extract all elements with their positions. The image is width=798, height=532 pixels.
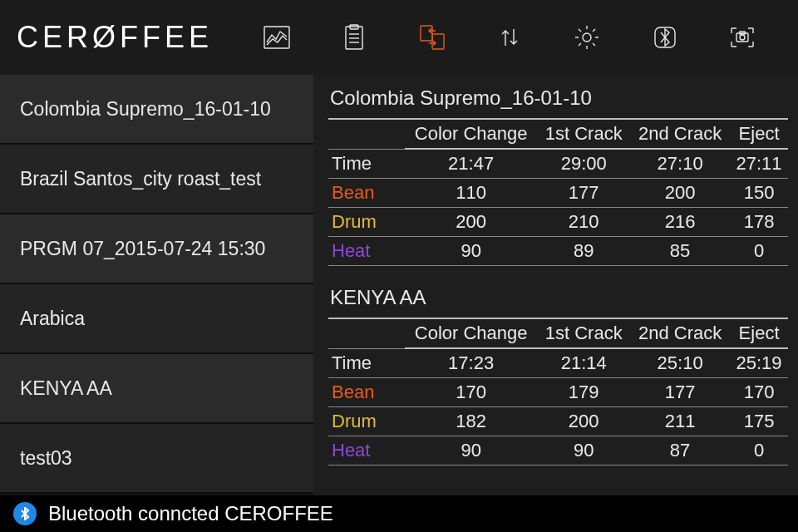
cell: 110: [405, 179, 537, 208]
sidebar-item-label: PRGM 07_2015-07-24 15:30: [20, 238, 265, 260]
cell: 27:10: [630, 149, 730, 179]
sidebar-item-label: Colombia Supremo_16-01-10: [20, 98, 271, 121]
profile-panel-0: Colombia Supremo_16-01-10 Color Change 1…: [328, 81, 788, 266]
table-row: Bean 110 177 200 150: [328, 179, 788, 208]
cell: 0: [730, 436, 788, 466]
svg-point-11: [740, 35, 745, 40]
col-header: 2nd Crack: [630, 120, 730, 149]
panel-title: Colombia Supremo_16-01-10: [328, 81, 788, 120]
cell: 182: [405, 407, 537, 436]
cell: 216: [630, 208, 730, 237]
bluetooth-status-icon: [13, 502, 37, 525]
sidebar: Colombia Supremo_16-01-10 Brazil Santos_…: [0, 75, 313, 495]
row-label-bean: Bean: [328, 179, 405, 208]
cell: 0: [730, 237, 788, 266]
sidebar-item-2[interactable]: PRGM 07_2015-07-24 15:30: [0, 214, 313, 284]
table-header-row: Color Change 1st Crack 2nd Crack Eject: [328, 120, 788, 149]
clipboard-button[interactable]: [334, 17, 374, 57]
sidebar-item-label: Brazil Santos_city roast_test: [20, 168, 261, 190]
col-header: Color Change: [405, 120, 537, 149]
app-logo: CERØFFEE: [17, 20, 213, 55]
status-bar: Bluetooth conncted CEROFFEE: [0, 495, 798, 532]
cell: 210: [537, 208, 630, 237]
svg-point-8: [583, 33, 591, 42]
bluetooth-button[interactable]: [645, 17, 685, 57]
cell: 179: [537, 378, 630, 407]
row-label-bean: Bean: [328, 378, 405, 407]
panel-title: KENYA AA: [328, 281, 788, 319]
table-row: Heat 90 89 85 0: [328, 237, 788, 266]
cell: 200: [405, 208, 537, 237]
col-header: Eject: [730, 319, 788, 348]
cell: 25:10: [630, 348, 730, 378]
svg-rect-6: [421, 26, 432, 41]
cell: 17:23: [405, 348, 537, 378]
camera-icon: [727, 22, 757, 52]
cell: 150: [730, 179, 788, 208]
sidebar-item-label: KENYA AA: [20, 377, 112, 400]
sync-button[interactable]: [490, 17, 530, 57]
cell: 21:14: [537, 348, 630, 378]
bluetooth-icon: [650, 22, 680, 52]
gear-icon: [572, 22, 602, 52]
cell: 89: [537, 237, 630, 266]
cell: 87: [630, 436, 730, 466]
table-row: Heat 90 90 87 0: [328, 436, 788, 466]
cell: 177: [537, 179, 630, 208]
row-label-heat: Heat: [328, 237, 405, 266]
chart-button[interactable]: [257, 17, 297, 57]
cell: 25:19: [730, 348, 788, 378]
app-root: CERØFFEE: [0, 0, 798, 532]
sync-arrows-icon: [495, 22, 525, 52]
profile-table-1: Color Change 1st Crack 2nd Crack Eject T…: [328, 319, 788, 466]
camera-button[interactable]: [722, 17, 762, 57]
sidebar-item-1[interactable]: Brazil Santos_city roast_test: [0, 145, 313, 214]
table-row: Bean 170 179 177 170: [328, 378, 788, 407]
cell: 85: [630, 237, 730, 266]
cell: 27:11: [730, 149, 788, 179]
sidebar-item-label: test03: [20, 447, 72, 470]
cell: 21:47: [405, 149, 537, 179]
table-row: Drum 182 200 211 175: [328, 407, 788, 436]
cell: 90: [405, 237, 537, 266]
col-header: 1st Crack: [537, 120, 630, 149]
cell: 175: [730, 407, 788, 436]
status-text: Bluetooth conncted CEROFFEE: [48, 502, 333, 525]
sidebar-item-0[interactable]: Colombia Supremo_16-01-10: [0, 75, 313, 145]
row-label-heat: Heat: [328, 436, 405, 466]
body: Colombia Supremo_16-01-10 Brazil Santos_…: [0, 75, 798, 495]
cell: 200: [630, 179, 730, 208]
table-row: Time 17:23 21:14 25:10 25:19: [328, 348, 788, 378]
col-header: 1st Crack: [537, 319, 630, 348]
cell: 211: [630, 407, 730, 436]
col-header: Eject: [730, 120, 788, 149]
toolbar: [238, 17, 781, 57]
clipboard-icon: [339, 22, 369, 52]
profile-table-0: Color Change 1st Crack 2nd Crack Eject T…: [328, 120, 788, 266]
settings-button[interactable]: [567, 17, 607, 57]
transfer-button[interactable]: [412, 17, 452, 57]
sidebar-item-4[interactable]: KENYA AA: [0, 354, 313, 424]
cell: 200: [537, 407, 630, 436]
row-label-drum: Drum: [328, 208, 405, 237]
row-label-time: Time: [328, 348, 405, 378]
sidebar-item-label: Arabica: [20, 308, 85, 330]
sidebar-item-3[interactable]: Arabica: [0, 284, 313, 354]
main-panel: Colombia Supremo_16-01-10 Color Change 1…: [313, 75, 798, 495]
profile-panel-1: KENYA AA Color Change 1st Crack 2nd Crac…: [328, 281, 788, 466]
table-header-row: Color Change 1st Crack 2nd Crack Eject: [328, 319, 788, 348]
row-label-time: Time: [328, 149, 405, 179]
cell: 90: [537, 436, 630, 466]
chart-icon: [262, 22, 292, 52]
table-row: Drum 200 210 216 178: [328, 208, 788, 237]
cell: 29:00: [537, 149, 630, 179]
cell: 90: [405, 436, 537, 466]
col-header: Color Change: [405, 319, 537, 348]
header: CERØFFEE: [0, 0, 798, 75]
table-row: Time 21:47 29:00 27:10 27:11: [328, 149, 788, 179]
transfer-icon: [417, 22, 447, 52]
row-label-drum: Drum: [328, 407, 405, 436]
sidebar-item-5[interactable]: test03: [0, 424, 313, 494]
cell: 170: [730, 378, 788, 407]
col-header: 2nd Crack: [630, 319, 730, 348]
